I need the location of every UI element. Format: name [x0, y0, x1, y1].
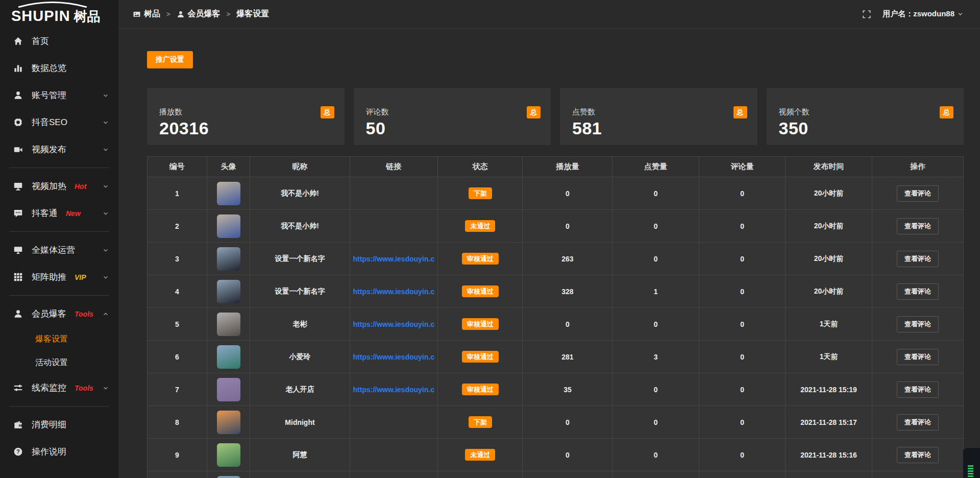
chevron-down-icon — [102, 119, 109, 126]
wallet-icon — [13, 420, 23, 429]
sidebar-item-label: 矩阵助推 — [32, 271, 66, 283]
stat-value: 350 — [779, 118, 953, 138]
user-menu[interactable]: 用户名：zswodun88 — [883, 9, 964, 19]
chart-icon — [13, 63, 23, 73]
video-link[interactable]: https://www.iesdouyin.c — [350, 288, 438, 296]
sidebar-item-media-operation[interactable]: 全媒体运营 — [0, 236, 118, 264]
sidebar-item-matrix-boost[interactable]: 矩阵助推VIP — [0, 264, 118, 291]
cell-plays: 0 — [523, 406, 612, 439]
cell-comments: 0 — [699, 439, 785, 471]
cell-likes — [612, 471, 699, 478]
column-header: 昵称 — [250, 157, 350, 177]
column-header: 操作 — [872, 157, 963, 177]
status-badge: 下架 — [469, 187, 492, 199]
sidebar-subitem-activity-settings[interactable]: 活动设置 — [0, 351, 118, 374]
chevron-down-icon — [102, 385, 109, 392]
cell-id: 1 — [148, 177, 207, 210]
cell-plays: 0 — [523, 308, 612, 341]
sidebar-subitem-baoke-settings[interactable]: 爆客设置 — [0, 327, 118, 351]
cell-link — [350, 471, 438, 478]
video-link[interactable]: https://www.iesdouyin.c — [350, 386, 438, 394]
view-comments-button[interactable]: 查看评论 — [897, 447, 939, 463]
sidebar-item-home[interactable]: 首页 — [0, 28, 118, 55]
floating-widget[interactable] — [963, 447, 980, 478]
sidebar-item-label: 消费明细 — [32, 419, 66, 431]
cell-link — [350, 439, 438, 471]
breadcrumb-item-member-baoke[interactable]: 会员爆客 — [177, 9, 220, 19]
sidebar-item-member-baoke[interactable]: 会员爆客Tools — [0, 300, 118, 327]
cell-plays: 328 — [523, 275, 612, 308]
table-row: 1我不是小帅!下架00020小时前查看评论 — [148, 177, 964, 210]
cell-nickname — [250, 471, 350, 478]
status-badge: 下架 — [469, 416, 492, 428]
cell-id — [148, 471, 207, 478]
sidebar-item-label: 操作说明 — [32, 446, 66, 458]
cell-likes: 0 — [612, 177, 699, 210]
view-comments-button[interactable]: 查看评论 — [897, 381, 939, 398]
video-link[interactable]: https://www.iesdouyin.c — [350, 353, 438, 361]
chevron-up-icon — [102, 310, 109, 318]
breadcrumb: 树品>会员爆客>爆客设置 — [133, 9, 269, 19]
cell-avatar — [207, 373, 250, 406]
cell-nickname: 设置一个新名字 — [250, 275, 350, 308]
sidebar: SHUPIN 树品 首页数据总览账号管理抖音SEO视频发布视频加热Hot抖客通N… — [0, 0, 118, 478]
breadcrumb-item-shupin[interactable]: 树品 — [133, 9, 160, 19]
cell-link — [350, 177, 438, 210]
sidebar-item-video-heating[interactable]: 视频加热Hot — [0, 173, 118, 200]
screen-icon — [13, 181, 23, 191]
cell-plays: 281 — [523, 341, 612, 373]
view-comments-button[interactable]: 查看评论 — [897, 251, 939, 267]
video-icon — [13, 145, 23, 154]
breadcrumb-separator: > — [165, 10, 172, 18]
fullscreen-icon[interactable] — [862, 10, 871, 19]
table-row: 3设置一个新名字https://www.iesdouyin.c审核通过26300… — [148, 243, 964, 275]
cell-nickname: 我不是小帅! — [250, 177, 350, 210]
view-comments-button[interactable]: 查看评论 — [897, 316, 939, 332]
topbar: 树品>会员爆客>爆客设置 用户名：zswodun88 — [118, 0, 980, 29]
cell-status: 未通过 — [438, 210, 523, 243]
cell-comments: 0 — [699, 406, 785, 439]
cell-plays: 35 — [523, 373, 612, 406]
breadcrumb-item-baoke-settings: 爆客设置 — [236, 9, 269, 19]
view-comments-button[interactable]: 查看评论 — [897, 283, 939, 300]
sidebar-item-data-overview[interactable]: 数据总览 — [0, 55, 118, 82]
status-badge: 审核通过 — [462, 384, 499, 395]
logo-text-cn: 树品 — [74, 8, 101, 26]
video-link[interactable]: https://www.iesdouyin.c — [350, 255, 438, 263]
image-icon — [133, 10, 141, 18]
chat-icon — [13, 208, 23, 218]
view-comments-button[interactable]: 查看评论 — [897, 349, 939, 365]
cell-nickname: 老人开店 — [250, 373, 350, 406]
sidebar-item-label: 会员爆客 — [32, 308, 66, 320]
sidebar-item-douketong[interactable]: 抖客通New — [0, 200, 118, 227]
cell-status: 审核通过 — [438, 308, 523, 341]
table-row: 4设置一个新名字https://www.iesdouyin.c审核通过32810… — [148, 275, 964, 308]
sidebar-item-account-manage[interactable]: 账号管理 — [0, 82, 118, 109]
view-comments-button[interactable]: 查看评论 — [897, 218, 939, 234]
sidebar-item-clue-monitor[interactable]: 线索监控Tools — [0, 374, 118, 401]
sidebar-item-douyin-seo[interactable]: 抖音SEO — [0, 109, 118, 136]
logo[interactable]: SHUPIN 树品 — [0, 0, 118, 27]
video-link[interactable]: https://www.iesdouyin.c — [350, 320, 438, 328]
sidebar-item-consume-detail[interactable]: 消费明细 — [0, 411, 118, 438]
main-area: 树品>会员爆客>爆客设置 用户名：zswodun88 推广设置 播放数20316… — [118, 0, 980, 478]
table-row: 9阿慧未通过0002021-11-28 15:16查看评论 — [148, 439, 964, 471]
cell-id: 3 — [148, 243, 207, 275]
sidebar-item-badge: New — [66, 209, 81, 218]
cell-nickname: 小爱玲 — [250, 341, 350, 373]
cell-comments: 0 — [699, 177, 785, 210]
view-comments-button[interactable]: 查看评论 — [897, 185, 939, 202]
avatar-image — [217, 247, 240, 271]
floating-widget-bars-icon — [968, 465, 973, 477]
sidebar-item-video-publish[interactable]: 视频发布 — [0, 136, 118, 163]
view-comments-button[interactable]: 查看评论 — [897, 414, 939, 431]
chevron-down-icon — [102, 146, 109, 153]
cell-time: 2021-11-28 15:16 — [786, 439, 872, 471]
sidebar-item-operation-guide[interactable]: ?操作说明 — [0, 438, 118, 465]
cell-status — [438, 471, 523, 478]
cell-id: 4 — [148, 275, 207, 308]
cell-id: 7 — [148, 373, 207, 406]
promo-settings-button[interactable]: 推广设置 — [147, 51, 193, 68]
status-badge: 未通过 — [465, 220, 495, 232]
column-header: 编号 — [148, 157, 207, 177]
